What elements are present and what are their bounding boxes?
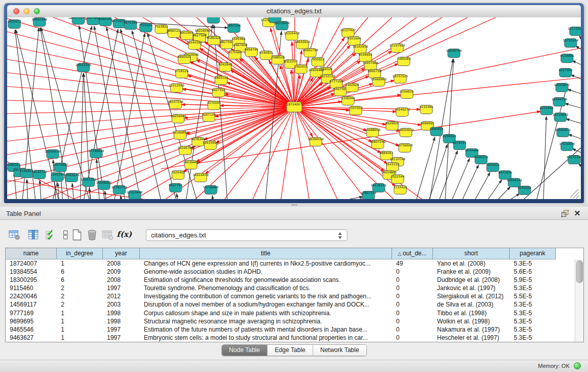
table-cell[interactable]: Hescheler et al. (1997): [433, 334, 510, 342]
table-cell[interactable]: 22420046: [6, 292, 57, 300]
table-cell[interactable]: 9465546: [6, 325, 57, 334]
table-cell[interactable]: Dudbridge et al. (2008): [433, 276, 510, 284]
table-cell[interactable]: 1998: [103, 309, 140, 317]
table-row[interactable]: 1830029562008Estimation of significance …: [6, 276, 583, 284]
table-cell[interactable]: 0: [392, 268, 433, 276]
table-cell[interactable]: Corpus callosum shape and size in male p…: [140, 309, 392, 317]
table-cell[interactable]: Tibbo et al. (1998): [433, 309, 510, 317]
table-cell[interactable]: Investigating the contribution of common…: [140, 292, 392, 300]
new-table-button[interactable]: [70, 228, 84, 242]
table-cell[interactable]: de Silva et al. (2003): [433, 300, 510, 309]
table-cell[interactable]: 18724007: [6, 259, 57, 268]
table-cell[interactable]: 5.5E-5: [510, 292, 556, 300]
table-cell[interactable]: Yano et al. (2008): [433, 259, 510, 268]
table-scrollbar[interactable]: [575, 259, 583, 342]
table-cell[interactable]: 2008: [103, 259, 140, 268]
panel-splitter[interactable]: [0, 203, 588, 207]
column-header-year[interactable]: year: [103, 248, 140, 259]
table-cell[interactable]: Jankovic et al. (1997): [433, 284, 510, 292]
table-cell[interactable]: 1: [57, 259, 103, 268]
table-row[interactable]: 969969511998Structural magnetic resonanc…: [6, 317, 583, 325]
close-panel-icon[interactable]: ✕: [573, 209, 582, 218]
table-cell[interactable]: 0: [392, 284, 433, 292]
table-cell[interactable]: 0: [392, 300, 433, 309]
table-cell[interactable]: 9699695: [6, 317, 57, 325]
table-row[interactable]: 977716911998Corpus callosum shape and si…: [6, 309, 583, 317]
table-row[interactable]: 946554611997Estimation of the future num…: [6, 325, 583, 334]
table-cell[interactable]: Genome-wide association studies in ADHD.: [140, 268, 392, 276]
table-cell[interactable]: 9777169: [6, 309, 57, 317]
table-cell[interactable]: 2003: [103, 300, 140, 309]
table-cell[interactable]: Embryonic stem cells: a model to study s…: [140, 334, 392, 342]
table-cell[interactable]: 0: [392, 292, 433, 300]
table-cell[interactable]: 1: [57, 309, 103, 317]
table-cell[interactable]: 1: [57, 334, 103, 342]
column-header-out-de-[interactable]: △out_de...: [392, 248, 433, 259]
table-cell[interactable]: Estimation of the future numbers of pati…: [140, 325, 392, 334]
table-cell[interactable]: 2009: [103, 268, 140, 276]
table-cell[interactable]: 2: [57, 292, 103, 300]
table-row[interactable]: 946362711997Embryonic stem cells: a mode…: [6, 334, 583, 342]
table-cell[interactable]: 0: [392, 325, 433, 334]
table-cell[interactable]: 1997: [103, 325, 140, 334]
table-cell[interactable]: 1: [57, 317, 103, 325]
graph-node[interactable]: [207, 17, 220, 24]
delete-trash-button[interactable]: [85, 228, 99, 242]
column-header-title[interactable]: title: [140, 248, 392, 259]
table-cell[interactable]: 49: [392, 259, 433, 268]
column-header-in-degree[interactable]: in_degree: [57, 248, 103, 259]
table-cell[interactable]: 5.9E-5: [510, 276, 556, 284]
select-columns-button[interactable]: [43, 228, 58, 242]
table-cell[interactable]: 6: [57, 268, 103, 276]
table-cell[interactable]: Tourette syndrome. Phenomenology and cla…: [140, 284, 392, 292]
scrollbar-thumb[interactable]: [576, 260, 583, 283]
table-cell[interactable]: 5.3E-5: [510, 259, 556, 268]
table-cell[interactable]: 5.3E-5: [510, 334, 556, 342]
table-cell[interactable]: 0: [392, 276, 433, 284]
table-cell[interactable]: Franke et al. (2009): [433, 268, 510, 276]
add-column-button[interactable]: [26, 228, 40, 242]
table-cell[interactable]: 5.3E-5: [510, 309, 556, 317]
function-builder-button[interactable]: f(x): [117, 228, 131, 242]
table-cell[interactable]: Structural magnetic resonance image aver…: [140, 317, 392, 325]
table-cell[interactable]: 0: [392, 317, 433, 325]
table-cell[interactable]: Changes of HCN gene expression and I(f) …: [140, 259, 392, 268]
network-canvas[interactable]: 1872400771638228660123891295418226058962…: [7, 17, 581, 199]
table-cell[interactable]: Wolkin et al. (1998): [433, 317, 510, 325]
table-cell[interactable]: 9115460: [6, 284, 57, 292]
table-cell[interactable]: 2008: [103, 276, 140, 284]
tab-network-table[interactable]: Network Table: [313, 345, 366, 356]
table-cell[interactable]: 5.3E-5: [510, 300, 556, 309]
table-cell[interactable]: Disruption of a novel member of a sodium…: [140, 300, 392, 309]
table-cell[interactable]: 14569117: [6, 300, 57, 309]
column-header-name[interactable]: name: [6, 248, 57, 259]
table-cell[interactable]: 1998: [103, 317, 140, 325]
table-cell[interactable]: 1997: [103, 334, 140, 342]
float-panel-icon[interactable]: [560, 209, 570, 218]
table-row[interactable]: 1456911722003Disruption of a novel membe…: [6, 300, 583, 309]
table-cell[interactable]: 2: [57, 300, 103, 309]
canvas-resize-handle-icon[interactable]: [576, 195, 579, 199]
tab-node-table[interactable]: Node Table: [222, 345, 267, 356]
table-settings-button[interactable]: [7, 228, 21, 242]
table-cell[interactable]: 5.6E-5: [510, 268, 556, 276]
table-selector-dropdown[interactable]: citations_edges.txt: [146, 229, 347, 241]
table-row[interactable]: 2242004622012Investigating the contribut…: [6, 292, 583, 300]
table-row[interactable]: 1938455462009Genome-wide association stu…: [6, 268, 583, 276]
table-cell[interactable]: 0: [392, 334, 433, 342]
table-cell[interactable]: 5.3E-5: [510, 325, 556, 334]
table-cell[interactable]: 5.3E-5: [510, 317, 556, 325]
table-cell[interactable]: 5.3E-5: [510, 284, 556, 292]
table-cell[interactable]: 1997: [103, 284, 140, 292]
canvas-resize-handle-icon[interactable]: [570, 189, 578, 198]
table-cell[interactable]: 18300295: [6, 276, 57, 284]
table-cell[interactable]: 1: [57, 325, 103, 334]
table-cell[interactable]: Nakamura et al. (1997): [433, 325, 510, 334]
table-cell[interactable]: 2: [57, 284, 103, 292]
table-cell[interactable]: 19384554: [6, 268, 57, 276]
table-row[interactable]: 1872400712008Changes of HCN gene express…: [6, 259, 583, 268]
table-cell[interactable]: 9463627: [6, 334, 57, 342]
table-cell[interactable]: 2012: [103, 292, 140, 300]
table-cell[interactable]: Stergiakouli et al. (2012): [433, 292, 510, 300]
table-cell[interactable]: 6: [57, 276, 103, 284]
